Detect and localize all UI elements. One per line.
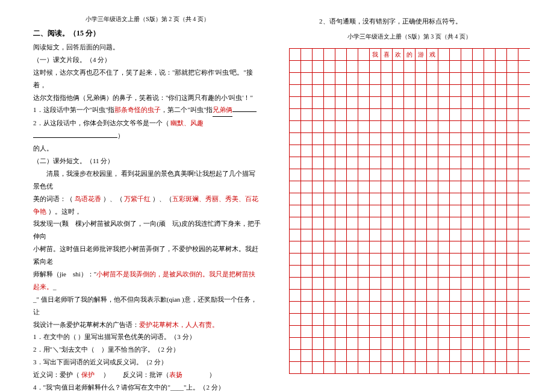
grid-cell [381, 254, 393, 265]
grid-cell [393, 205, 404, 217]
grid-cell [381, 217, 393, 229]
grid-cell [381, 73, 393, 84]
grid-cell [496, 217, 507, 229]
grid-cell [507, 278, 518, 289]
grid-cell [313, 290, 324, 301]
grid-cell [461, 181, 473, 193]
grid-cell [381, 241, 393, 253]
text-line: 2．用"＼"划去文中（ ）里不恰当的字。（2 分） [33, 343, 262, 356]
grid-cell [290, 302, 301, 313]
text-line: （一）课文片段。（4 分） [33, 54, 262, 66]
grid-cell [404, 241, 416, 253]
text-line: 小树苗。这时值日老师批评我把小树苗弄倒了，不爱护校园的花草树木。我赶紧向老 [33, 243, 262, 268]
grid-cell [324, 61, 335, 72]
grid-cell [324, 97, 335, 108]
grid-cell [416, 229, 427, 241]
grid-cell [290, 338, 301, 349]
grid-cell [438, 61, 450, 72]
grid-cell [381, 193, 393, 205]
grid-cell [358, 290, 370, 301]
grid-cell [335, 97, 347, 108]
grid-cell [335, 290, 347, 301]
grid-cell [358, 169, 370, 181]
grid-cell [335, 302, 347, 313]
grid-cell [370, 133, 381, 145]
grid-cell [381, 350, 393, 361]
grid-cell [370, 290, 381, 301]
text-line: 师解释（jie shi）："小树苗不是我弄倒的，是被风吹倒的。我只是把树苗扶起来… [33, 268, 262, 293]
grid-cell [450, 362, 461, 373]
grid-cell [507, 49, 518, 60]
grid-cell [484, 217, 496, 229]
grid-cell [358, 109, 370, 120]
grid-cell: 喜 [381, 49, 393, 60]
grid-cell [381, 338, 393, 349]
grid-cell [335, 205, 347, 217]
grid-cell [290, 217, 301, 229]
grid-cell [496, 266, 507, 277]
grid-cell [404, 362, 416, 373]
grid-cell [450, 73, 461, 84]
grid-cell [416, 133, 427, 145]
grid-cell [427, 254, 438, 265]
grid-row [289, 193, 530, 205]
grid-cell [347, 350, 358, 361]
grid-cell [507, 121, 518, 132]
grid-cell [393, 145, 404, 157]
answer-red: 兄弟俩 [213, 106, 232, 113]
grid-cell [347, 326, 358, 337]
grid-cell [381, 85, 393, 96]
grid-cell [404, 109, 416, 120]
grid-cell [313, 362, 324, 373]
grid-cell [507, 254, 518, 265]
grid-cell [347, 229, 358, 241]
grid-cell [324, 278, 335, 289]
grid-cell [496, 254, 507, 265]
grid-cell [290, 85, 301, 96]
grid-cell [347, 133, 358, 145]
grid-cell [473, 229, 484, 241]
grid-cell [358, 217, 370, 229]
grid-cell [301, 109, 313, 120]
grid-cell [301, 290, 313, 301]
grid-cell: 戏 [427, 49, 438, 60]
grid-cell [427, 205, 438, 217]
grid-cell [450, 205, 461, 217]
grid-cell [484, 266, 496, 277]
grid-cell [461, 133, 473, 145]
grid-cell [324, 254, 335, 265]
grid-cell [381, 61, 393, 72]
grid-cell [427, 145, 438, 157]
grid-cell [381, 278, 393, 289]
grid-cell [313, 338, 324, 349]
grid-cell [381, 109, 393, 120]
grid-cell [335, 254, 347, 265]
grid-cell [427, 85, 438, 96]
grid-row [289, 108, 530, 120]
grid-cell [496, 85, 507, 96]
grid-cell [484, 49, 496, 60]
grid-cell [507, 314, 518, 325]
grid-cell [473, 290, 484, 301]
grid-cell [301, 193, 313, 205]
grid-cell [427, 229, 438, 241]
grid-row [289, 181, 530, 193]
grid-row [289, 205, 530, 217]
grid-cell [484, 338, 496, 349]
grid-cell [335, 350, 347, 361]
grid-row [289, 337, 530, 349]
grid-cell [473, 326, 484, 337]
grid-row [289, 289, 530, 301]
grid-cell [438, 157, 450, 169]
grid-cell [290, 362, 301, 373]
grid-cell [290, 97, 301, 108]
grid-row [289, 361, 530, 374]
grid-cell [381, 314, 393, 325]
grid-cell [438, 121, 450, 132]
grid-cell [427, 169, 438, 181]
grid-cell [484, 326, 496, 337]
grid-cell [358, 350, 370, 361]
grid-cell [370, 181, 381, 193]
grid-cell [290, 290, 301, 301]
grid-row [289, 301, 530, 313]
